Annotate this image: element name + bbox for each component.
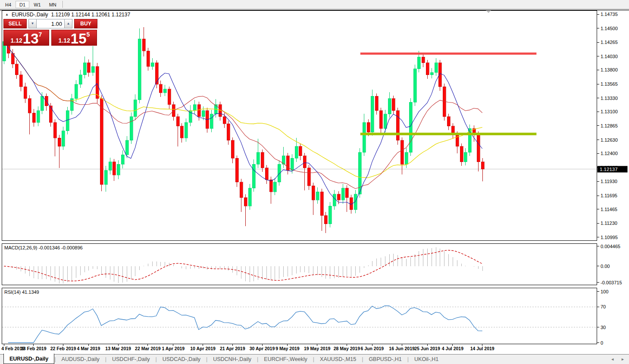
tab-ukoil-h1[interactable]: UKOil-,H1 [409,355,444,364]
candle [151,63,154,66]
volume-decrease-button[interactable]: ▼ [28,19,37,28]
candle [147,51,150,66]
candle [66,111,69,131]
price-axis-label: 1.13800 [601,67,618,72]
buy-price-prefix: 1.12 [59,37,70,45]
volume-input[interactable] [37,19,64,28]
candle [392,99,395,111]
rsi-line [8,306,482,343]
timeframe-button-mn[interactable]: MN [45,1,60,8]
support-line[interactable] [360,133,537,135]
candle [426,63,429,75]
candle [460,146,463,162]
tab-usdchf-daily[interactable]: USDCHF-,Daily [106,355,156,364]
rsi-value: 41.1349 [22,289,39,295]
tab-usdcad-daily[interactable]: USDCAD-,Daily [157,355,206,364]
sell-button[interactable]: SELL [3,19,27,28]
candle [464,152,467,162]
candle [130,117,133,140]
candle [210,114,213,128]
candle [303,156,306,168]
buy-price-sup: 5 [87,31,90,37]
candle [113,162,116,175]
buy-price-display[interactable]: 1.12 15 5 [51,30,97,46]
volume-increase-button[interactable]: ▲ [64,19,72,28]
candle [481,162,484,169]
candle [19,75,22,87]
price-axis-label: 1.12400 [601,151,618,156]
sell-price-big: 13 [23,33,39,44]
price-axis-label: 1.11465 [601,207,617,212]
candle [477,134,480,162]
mt-terminal: { "toolbar": { "timeframes": [ {"label":… [0,0,629,364]
candle [96,66,99,99]
candle [197,105,200,117]
candle [379,111,382,129]
candle [333,194,336,206]
scroll-to-end-icon[interactable] [486,10,491,13]
candle [159,84,162,93]
time-axis-label: 30 Apr 2019 [250,346,275,351]
macd-main-value: -0.001346 [38,245,60,250]
time-axis-label: 22 Mar 2019 [135,346,161,351]
candle [257,152,260,165]
chart-canvas[interactable]: 1.147351.145001.142651.140301.138001.135… [0,0,629,364]
tab-audusd-daily[interactable]: AUDUSD-,Daily [56,355,105,364]
rsi-axis-label: 70 [601,304,606,309]
candle [163,89,166,93]
tab-scroll-right-icon[interactable]: ► [621,357,625,361]
candle [32,113,35,122]
time-axis-label: 10 Apr 2019 [190,346,216,351]
buy-price-big: 15 [71,33,87,44]
bid-price-badge-text: 1.12137 [600,167,618,172]
rsi-axis-label: 100 [601,289,608,294]
candle [121,155,124,164]
tab-eurusd-daily[interactable]: EURUSD-,Daily [3,354,54,364]
tab-xauusd-m15[interactable]: XAUUSD-,M15 [314,355,362,364]
price-axis-label: 1.14735 [601,12,618,17]
collapse-panel-icon[interactable]: ▲ [5,13,9,16]
timeframe-button-w1[interactable]: W1 [30,1,45,8]
candle [109,162,112,170]
candle [422,57,425,63]
price-axis-label: 1.14500 [601,26,618,31]
resistance-line[interactable] [360,53,537,55]
macd-pane-frame [2,244,597,285]
candle [438,63,441,87]
time-axis-label: 25 Jun 2019 [414,346,440,351]
macd-histogram [4,247,483,283]
candle [24,87,27,99]
ohlc-values: 1.12109 1.12144 1.12061 1.12137 [51,12,131,18]
time-axis-label: 22 Feb 2019 [50,346,76,351]
tab-scroll-left-icon[interactable]: ◄ [610,357,614,361]
macd-axis-label: 0.004465 [601,244,620,249]
candle [299,146,302,156]
candle [367,122,370,132]
time-axis-label: 1 Apr 2019 [162,346,185,351]
candle [185,122,188,138]
candle [240,182,243,198]
candle [125,140,128,155]
macd-axis-label: 0.00 [601,264,610,269]
candle [193,105,196,111]
timeframe-button-h4[interactable]: H4 [1,1,15,8]
timeframe-button-d1[interactable]: D1 [16,1,29,8]
sell-price-display[interactable]: 1.12 13 7 [3,30,49,46]
candle [223,117,226,124]
time-axis-label: 6 Jun 2019 [360,346,384,351]
buy-button[interactable]: BUY [74,19,97,28]
window-separator [0,9,629,10]
chart-ohlc-title: ▲ EURUSD-,Daily 1.12109 1.12144 1.12061 … [5,12,130,18]
sell-price-prefix: 1.12 [11,37,22,45]
tab-gbpusd-h1[interactable]: GBPUSD-,H1 [363,355,407,364]
candle [409,102,412,152]
symbol-title: EURUSD-,Daily [12,12,48,18]
tab-eurchf-weekly[interactable]: EURCHF-,Weekly [258,355,313,364]
candle [176,117,179,126]
candle [202,111,205,117]
tab-usdcnh-daily[interactable]: USDCNH-,Daily [207,355,257,364]
time-axis-label: 9 May 2019 [275,346,300,351]
chart-tabs: EURUSD-,Daily|AUDUSD-,Daily|USDCHF-,Dail… [0,354,629,364]
time-axis-label: 16 Jun 2019 [389,346,415,351]
candle [37,111,40,123]
